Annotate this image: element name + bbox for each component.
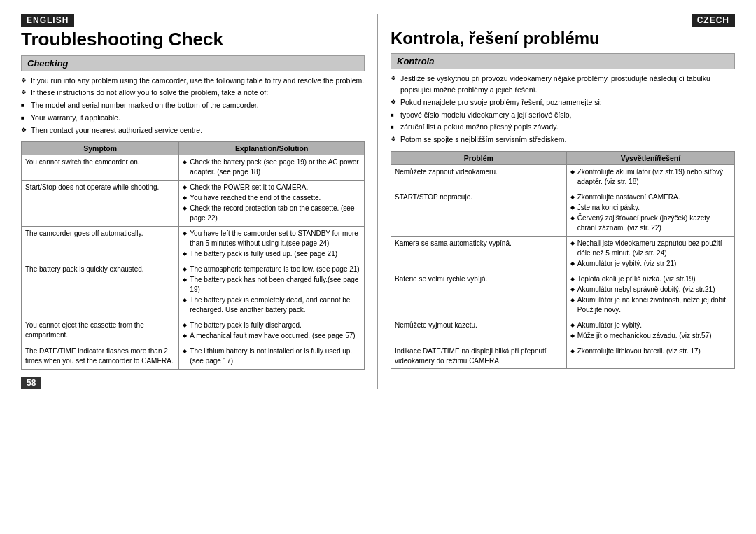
solution-item: Akumulátor je vybitý. (viz str 21) (570, 259, 731, 269)
symptom-cell: Start/Stop does not operate while shooti… (22, 181, 179, 227)
problem-cell: Nemůžete zapnout videokameru. (391, 164, 567, 190)
table-row: The battery pack is quickly exhausted.Th… (22, 262, 365, 318)
solution-item: Akumulátor je na konci životnosti, nelze… (570, 295, 731, 315)
kontrola-item: typové číslo modelu videokamery a její s… (391, 110, 735, 121)
problem-cell: Kamera se sama automaticky vypíná. (391, 236, 567, 272)
solution-item: The battery pack has not been charged fu… (183, 275, 360, 295)
kontrola-header: Kontrola (391, 53, 735, 69)
checking-item: If these instructions do not allow you t… (21, 87, 365, 99)
solution-item: Akumulátor je vybitý. (570, 321, 731, 330)
problem-cell: Baterie se velmi rychle vybíjá. (391, 272, 567, 318)
solution-item: The lithium battery is not installed or … (183, 346, 360, 366)
czech-trouble-table: Problém Vysvětlení/řešení Nemůžete zapno… (391, 151, 735, 369)
vysvetleni-cell: Zkontrolujte akumulátor (viz str.19) neb… (566, 164, 734, 190)
symptom-cell: The battery pack is quickly exhausted. (22, 262, 179, 318)
vysvetleni-cell: Zkontrolujte nastavení CAMERA.Jste na ko… (566, 190, 734, 236)
solution-item: Akumulátor nebyl správně dobitý. (viz st… (570, 285, 731, 295)
solution-item: Nechali jste videokameru zapnutou bez po… (570, 239, 731, 258)
solution-item: Zkontrolujte nastavení CAMERA. (570, 192, 731, 202)
english-title: Troubleshooting Check (21, 29, 365, 50)
solution-item: Může jít o mechanickou závadu. (viz str.… (570, 331, 731, 341)
table-row: Baterie se velmi rychle vybíjá.Teplota o… (391, 272, 735, 318)
symptom-cell: The DATE/TIME indicator flashes more tha… (22, 344, 179, 370)
kontrola-text: Jestliže se vyskytnou při provozu videok… (391, 73, 735, 146)
table-row: You cannot switch the camcorder on.Check… (22, 155, 365, 181)
solution-item: Jste na konci pásky. (570, 203, 731, 213)
solution-item: The battery pack is fully used up. (see … (183, 249, 360, 259)
problem-cell: Indikace DATE/TIME na displeji bliká při… (391, 344, 567, 368)
czech-badge: CZECH (692, 14, 735, 27)
vysvetleni-col-header: Vysvětlení/řešení (566, 151, 734, 164)
kontrola-item: Potom se spojte s nejbližším servisním s… (391, 134, 735, 146)
symptom-col-header: Symptom (22, 142, 179, 155)
checking-header: Checking (21, 55, 365, 71)
solution-item: The battery pack is fully discharged. (183, 321, 360, 330)
table-row: The DATE/TIME indicator flashes more tha… (22, 344, 365, 370)
table-row: The camcorder goes off automatically.You… (22, 227, 365, 262)
english-badge: ENGLISH (21, 14, 74, 27)
table-row: START/STOP nepracuje.Zkontrolujte nastav… (391, 190, 735, 236)
table-row: Kamera se sama automaticky vypíná.Nechal… (391, 236, 735, 272)
table-row: Nemůžete zapnout videokameru.Zkontrolujt… (391, 164, 735, 190)
solution-item: You have left the camcorder set to STAND… (183, 229, 360, 248)
solution-cell: The lithium battery is not installed or … (179, 344, 365, 370)
checking-item: Your warranty, if applicable. (21, 113, 365, 124)
symptom-cell: The camcorder goes off automatically. (22, 227, 179, 262)
solution-item: A mechanical fault may have occurred. (s… (183, 331, 360, 341)
solution-item: Check the record protection tab on the c… (183, 204, 360, 223)
problem-col-header: Problém (391, 151, 567, 164)
kontrola-item: záruční list a pokud možno přesný popis … (391, 122, 735, 133)
vysvetleni-cell: Zkontrolujte lithiovou baterii. (viz str… (566, 344, 734, 368)
page-number: 58 (21, 377, 41, 389)
solution-item: Červený zajišťovací prvek (jazýček) kaze… (570, 213, 731, 233)
symptom-cell: You cannot switch the camcorder on. (22, 155, 179, 181)
english-trouble-table: Symptom Explanation/Solution You cannot … (21, 141, 365, 370)
solution-cell: The atmospheric temperature is too low. … (179, 262, 365, 318)
solution-item: Teplota okolí je příliš nízká. (viz str.… (570, 274, 731, 284)
kontrola-item: Pokud nenajdete pro svoje problémy řešen… (391, 97, 735, 108)
solution-item: You have reached the end of the cassette… (183, 193, 360, 203)
checking-item: If you run into any problem using the ca… (21, 76, 365, 87)
table-row: Start/Stop does not operate while shooti… (22, 181, 365, 227)
solution-cell: Check the POWER set it to CAMERA.You hav… (179, 181, 365, 227)
explanation-col-header: Explanation/Solution (179, 142, 365, 155)
solution-item: The battery pack is completely dead, and… (183, 295, 360, 315)
solution-cell: You have left the camcorder set to STAND… (179, 227, 365, 262)
vysvetleni-cell: Teplota okolí je příliš nízká. (viz str.… (566, 272, 734, 318)
english-section: ENGLISH Troubleshooting Check Checking I… (21, 14, 378, 389)
problem-cell: START/STOP nepracuje. (391, 190, 567, 236)
kontrola-item: Jestliže se vyskytnou při provozu videok… (391, 73, 735, 96)
solution-item: Zkontrolujte lithiovou baterii. (viz str… (570, 346, 731, 356)
page: ENGLISH Troubleshooting Check Checking I… (0, 0, 756, 534)
table-row: You cannot eject the cassette from the c… (22, 318, 365, 344)
solution-cell: The battery pack is fully discharged.A m… (179, 318, 365, 344)
table-row: Indikace DATE/TIME na displeji bliká při… (391, 344, 735, 368)
solution-cell: Check the battery pack (see page 19) or … (179, 155, 365, 181)
checking-text: If you run into any problem using the ca… (21, 76, 365, 136)
czech-section: CZECH Kontrola, řešení problému Kontrola… (378, 14, 735, 389)
solution-item: Check the POWER set it to CAMERA. (183, 183, 360, 192)
vysvetleni-cell: Nechali jste videokameru zapnutou bez po… (566, 236, 734, 272)
symptom-cell: You cannot eject the cassette from the c… (22, 318, 179, 344)
solution-item: Zkontrolujte akumulátor (viz str.19) neb… (570, 167, 731, 187)
table-row: Nemůžete vyjmout kazetu.Akumulátor je vy… (391, 318, 735, 344)
checking-item: The model and serial number marked on th… (21, 100, 365, 111)
czech-title: Kontrola, řešení problému (391, 29, 735, 48)
solution-item: Check the battery pack (see page 19) or … (183, 157, 360, 177)
solution-item: The atmospheric temperature is too low. … (183, 265, 360, 274)
vysvetleni-cell: Akumulátor je vybitý.Může jít o mechanic… (566, 318, 734, 344)
problem-cell: Nemůžete vyjmout kazetu. (391, 318, 567, 344)
checking-item: Then contact your nearest authorized ser… (21, 125, 365, 136)
two-column-layout: ENGLISH Troubleshooting Check Checking I… (21, 14, 735, 389)
